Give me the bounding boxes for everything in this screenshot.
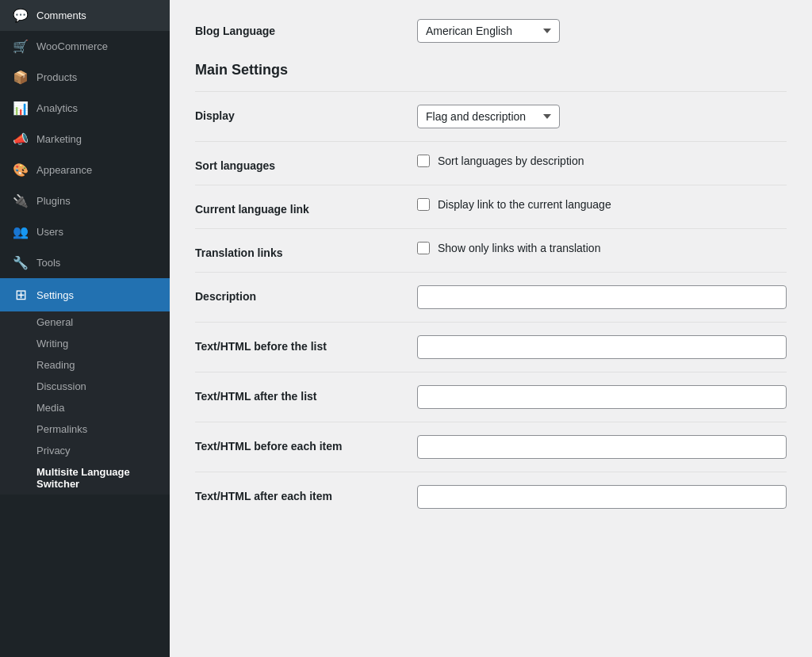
submenu-item-mls[interactable]: Multisite Language Switcher — [0, 461, 170, 495]
sidebar-item-comments[interactable]: Comments — [0, 0, 170, 31]
text-after-item-input[interactable] — [417, 485, 787, 509]
sort-languages-control: Sort languages by description — [417, 155, 787, 167]
sidebar-item-users[interactable]: Users — [0, 216, 170, 247]
text-before-item-input[interactable] — [417, 435, 787, 459]
blog-language-label: Blog Language — [195, 25, 417, 37]
translation-links-label: Translation links — [195, 242, 417, 259]
text-before-list-input[interactable] — [417, 335, 787, 359]
description-row: Description — [195, 272, 787, 322]
description-label: Description — [195, 285, 417, 303]
sidebar: Comments WooCommerce Products Analytics … — [0, 0, 170, 657]
main-content: Blog Language American English Main Sett… — [170, 0, 812, 657]
sidebar-item-tools-label: Tools — [36, 257, 60, 269]
text-after-item-control — [417, 485, 787, 509]
submenu-item-permalinks[interactable]: Permalinks — [0, 418, 170, 440]
submenu-item-discussion[interactable]: Discussion — [0, 376, 170, 397]
text-after-item-label: Text/HTML after each item — [195, 485, 417, 502]
sort-languages-label: Sort languages — [195, 155, 417, 172]
sidebar-item-comments-label: Comments — [36, 10, 86, 21]
current-language-link-checkbox-label: Display link to the current language — [438, 198, 611, 211]
translation-links-control: Show only links with a translation — [417, 242, 787, 254]
plugins-icon — [13, 193, 29, 208]
text-before-list-label: Text/HTML before the list — [195, 335, 417, 353]
sort-languages-row: Sort languages Sort languages by descrip… — [195, 141, 787, 185]
sidebar-item-analytics[interactable]: Analytics — [0, 93, 170, 124]
text-after-list-row: Text/HTML after the list — [195, 372, 787, 422]
settings-submenu: General Writing Reading Discussion Media… — [0, 311, 170, 495]
text-after-list-label: Text/HTML after the list — [195, 385, 417, 403]
comments-icon — [13, 8, 29, 23]
display-control: Flag and description Flag only Descripti… — [417, 105, 787, 128]
users-icon — [13, 224, 29, 239]
sidebar-item-settings-label: Settings — [36, 289, 74, 301]
sidebar-item-users-label: Users — [36, 226, 63, 238]
sidebar-item-products-label: Products — [36, 71, 77, 83]
settings-icon — [13, 286, 29, 304]
sort-languages-checkbox[interactable] — [417, 155, 430, 167]
blog-language-select[interactable]: American English — [417, 19, 560, 43]
current-language-link-row: Current language link Display link to th… — [195, 185, 787, 228]
blog-language-row: Blog Language American English — [195, 19, 787, 43]
analytics-icon — [13, 101, 29, 116]
current-language-link-label: Current language link — [195, 198, 417, 216]
text-before-item-label: Text/HTML before each item — [195, 435, 417, 453]
submenu-item-privacy[interactable]: Privacy — [0, 440, 170, 461]
display-label: Display — [195, 105, 417, 122]
translation-links-row: Translation links Show only links with a… — [195, 228, 787, 272]
woo-icon — [13, 39, 29, 54]
submenu-item-reading[interactable]: Reading — [0, 354, 170, 376]
blog-language-control: American English — [417, 19, 787, 43]
marketing-icon — [13, 132, 29, 147]
sidebar-item-marketing-label: Marketing — [36, 133, 82, 145]
current-language-link-control: Display link to the current language — [417, 198, 787, 211]
appearance-icon — [13, 162, 29, 178]
text-after-list-input[interactable] — [417, 385, 787, 409]
translation-links-checkbox-label: Show only links with a translation — [438, 242, 600, 254]
sidebar-item-plugins-label: Plugins — [36, 195, 71, 207]
sidebar-item-appearance[interactable]: Appearance — [0, 155, 170, 185]
submenu-item-writing[interactable]: Writing — [0, 333, 170, 354]
text-before-item-control — [417, 435, 787, 459]
current-language-link-checkbox[interactable] — [417, 198, 430, 211]
sidebar-item-products[interactable]: Products — [0, 62, 170, 93]
description-input[interactable] — [417, 285, 787, 309]
sort-languages-checkbox-label: Sort languages by description — [438, 155, 584, 167]
sidebar-item-tools[interactable]: Tools — [0, 247, 170, 278]
submenu-item-general[interactable]: General — [0, 311, 170, 333]
description-control — [417, 285, 787, 309]
text-before-item-row: Text/HTML before each item — [195, 422, 787, 472]
display-row: Display Flag and description Flag only D… — [195, 91, 787, 141]
tools-icon — [13, 255, 29, 270]
sidebar-item-analytics-label: Analytics — [36, 102, 78, 114]
submenu-item-media[interactable]: Media — [0, 397, 170, 418]
text-before-list-control — [417, 335, 787, 359]
main-settings-title: Main Settings — [195, 62, 787, 88]
sidebar-item-settings[interactable]: Settings — [0, 278, 170, 311]
text-before-list-row: Text/HTML before the list — [195, 322, 787, 372]
translation-links-checkbox[interactable] — [417, 242, 430, 254]
sidebar-item-woocommerce[interactable]: WooCommerce — [0, 31, 170, 62]
display-select[interactable]: Flag and description Flag only Descripti… — [417, 105, 560, 128]
text-after-item-row: Text/HTML after each item — [195, 472, 787, 521]
products-icon — [13, 70, 29, 85]
sidebar-item-marketing[interactable]: Marketing — [0, 124, 170, 155]
sidebar-item-plugins[interactable]: Plugins — [0, 185, 170, 216]
sidebar-item-appearance-label: Appearance — [36, 164, 92, 176]
text-after-list-control — [417, 385, 787, 409]
sidebar-item-woocommerce-label: WooCommerce — [36, 40, 108, 52]
